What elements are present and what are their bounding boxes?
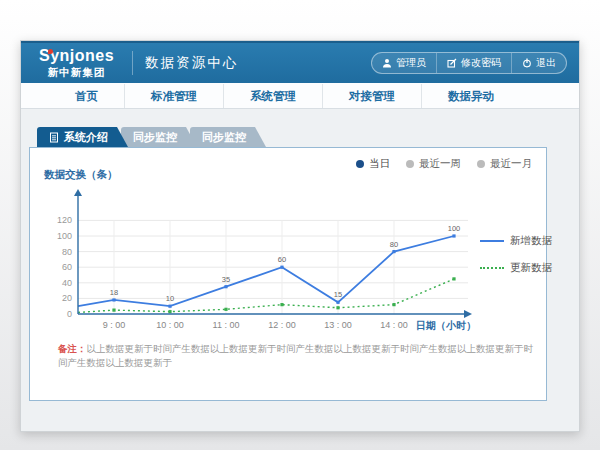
chart-region: 1810356015801000204060801001209 : 0010 :… bbox=[38, 182, 552, 352]
radio-dot-icon bbox=[477, 160, 485, 168]
user-toolbar: 管理员 修改密码 退出 bbox=[371, 52, 567, 74]
document-icon bbox=[49, 132, 59, 143]
app-title: 数据资源中心 bbox=[145, 54, 238, 72]
svg-text:100: 100 bbox=[448, 224, 461, 233]
nav-item-standard-mgmt[interactable]: 标准管理 bbox=[124, 84, 223, 108]
nav-item-system-mgmt[interactable]: 系统管理 bbox=[223, 84, 322, 108]
svg-text:0: 0 bbox=[67, 309, 72, 319]
svg-text:15: 15 bbox=[334, 290, 342, 299]
svg-text:日期（小时）: 日期（小时） bbox=[416, 320, 476, 331]
logout-label: 退出 bbox=[536, 56, 556, 70]
nav-item-home[interactable]: 首页 bbox=[49, 84, 124, 108]
svg-text:18: 18 bbox=[110, 288, 118, 297]
nav-item-data-change[interactable]: 数据异动 bbox=[421, 84, 520, 108]
user-icon bbox=[382, 58, 392, 68]
svg-text:13 : 00: 13 : 00 bbox=[324, 320, 352, 330]
svg-text:60: 60 bbox=[278, 255, 286, 264]
chart-card: 当日 最近一周 最近一月 数据交换（条） 1810356015801000204… bbox=[29, 147, 547, 401]
tab-label: 同步监控 bbox=[133, 130, 177, 145]
svg-text:10 : 00: 10 : 00 bbox=[156, 320, 184, 330]
svg-text:11 : 00: 11 : 00 bbox=[213, 320, 240, 330]
range-option-label: 当日 bbox=[369, 157, 390, 171]
range-option-last-month[interactable]: 最近一月 bbox=[477, 157, 532, 171]
range-option-label: 最近一周 bbox=[419, 157, 461, 171]
footnote-label: 备注： bbox=[58, 343, 87, 354]
line-chart: 1810356015801000204060801001209 : 0010 :… bbox=[38, 182, 478, 352]
footnote: 备注：以上数据更新于时间产生数据以上数据更新于时间产生数据以上数据更新于时间产生… bbox=[58, 342, 534, 371]
chart-gridlines bbox=[78, 220, 468, 314]
footnote-text: 以上数据更新于时间产生数据以上数据更新于时间产生数据以上数据更新于时间产生数据以… bbox=[58, 343, 533, 368]
tab-system-intro[interactable]: 系统介绍 bbox=[37, 127, 128, 147]
tab-label: 同步监控 bbox=[202, 130, 246, 145]
header-divider bbox=[132, 51, 133, 75]
svg-text:60: 60 bbox=[62, 262, 72, 272]
top-header: Synjones 新中新集团 数据资源中心 管理员 修改密码 bbox=[21, 41, 579, 83]
svg-text:80: 80 bbox=[62, 247, 72, 257]
svg-text:35: 35 bbox=[222, 275, 230, 284]
series-legend: 新增数据 更新数据 bbox=[480, 234, 552, 275]
nav-item-interface-mgmt[interactable]: 对接管理 bbox=[322, 84, 421, 108]
tab-sync-monitor-2[interactable]: 同步监控 bbox=[190, 127, 266, 147]
svg-text:9 : 00: 9 : 00 bbox=[103, 320, 126, 330]
change-password-button[interactable]: 修改密码 bbox=[436, 53, 511, 73]
legend-item-updated-data[interactable]: 更新数据 bbox=[480, 261, 552, 275]
svg-text:20: 20 bbox=[62, 293, 72, 303]
tab-label: 系统介绍 bbox=[64, 130, 108, 145]
change-password-label: 修改密码 bbox=[461, 56, 501, 70]
svg-text:12 : 00: 12 : 00 bbox=[268, 320, 296, 330]
svg-text:10: 10 bbox=[166, 294, 174, 303]
svg-text:14 : 00: 14 : 00 bbox=[380, 320, 408, 330]
range-option-label: 最近一月 bbox=[490, 157, 532, 171]
company-logo[interactable]: Synjones 新中新集团 bbox=[33, 48, 120, 78]
power-icon bbox=[522, 58, 532, 68]
series-name: 新增数据 bbox=[510, 234, 552, 248]
tab-bar: 系统介绍 同步监控 同步监控 bbox=[37, 127, 259, 147]
tab-sync-monitor-1[interactable]: 同步监控 bbox=[121, 127, 197, 147]
svg-text:40: 40 bbox=[62, 278, 72, 288]
svg-text:120: 120 bbox=[57, 215, 72, 225]
time-range-selector: 当日 最近一周 最近一月 bbox=[356, 157, 532, 171]
dotted-line-sample-icon bbox=[480, 267, 504, 269]
solid-line-sample-icon bbox=[480, 240, 504, 242]
main-nav: 首页 标准管理 系统管理 对接管理 数据异动 bbox=[21, 83, 579, 109]
svg-text:100: 100 bbox=[57, 231, 72, 241]
chart-series: 181035601580100 bbox=[78, 224, 460, 313]
legend-item-new-data[interactable]: 新增数据 bbox=[480, 234, 552, 248]
app-window: Synjones 新中新集团 数据资源中心 管理员 修改密码 bbox=[20, 40, 580, 432]
content-area: 系统介绍 同步监控 同步监控 当日 最近一周 bbox=[21, 109, 579, 431]
radio-dot-icon bbox=[356, 160, 364, 168]
logo-company-name: 新中新集团 bbox=[39, 67, 114, 78]
radio-dot-icon bbox=[406, 160, 414, 168]
user-name-label: 管理员 bbox=[396, 56, 426, 70]
y-axis-title: 数据交换（条） bbox=[44, 168, 118, 182]
range-option-today[interactable]: 当日 bbox=[356, 157, 390, 171]
logout-button[interactable]: 退出 bbox=[511, 53, 566, 73]
svg-text:80: 80 bbox=[390, 240, 398, 249]
range-option-last-week[interactable]: 最近一周 bbox=[406, 157, 461, 171]
series-name: 更新数据 bbox=[510, 261, 552, 275]
user-menu-button[interactable]: 管理员 bbox=[372, 53, 436, 73]
edit-icon bbox=[447, 58, 457, 68]
